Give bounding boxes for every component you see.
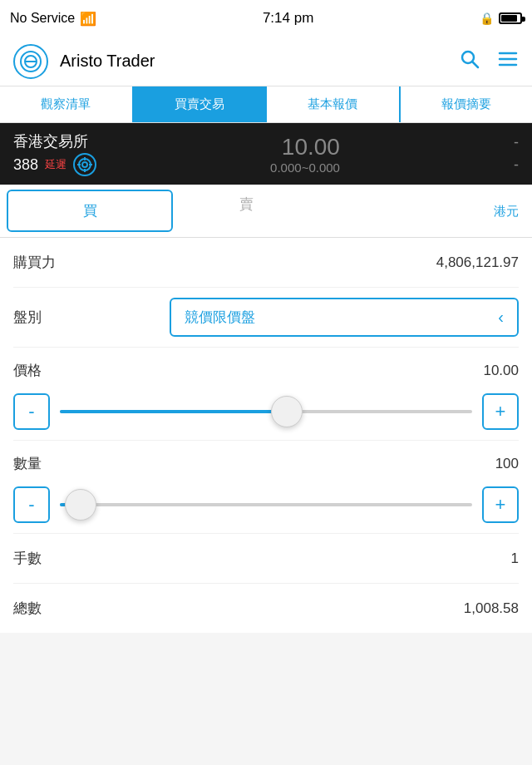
sell-tab[interactable]: 賣 bbox=[180, 185, 313, 237]
tab-trade[interactable]: 買賣交易 bbox=[133, 86, 267, 122]
svg-point-8 bbox=[82, 162, 87, 167]
lots-label: 手數 bbox=[13, 549, 42, 568]
lock-icon: 🔒 bbox=[480, 12, 494, 25]
quantity-slider-row: - + bbox=[13, 476, 519, 534]
board-type-dropdown[interactable]: 競價限價盤 ‹ bbox=[170, 298, 519, 337]
board-type-row: 盤別 競價限價盤 ‹ bbox=[13, 288, 519, 348]
price-plus-button[interactable]: + bbox=[482, 393, 519, 430]
total-row: 總數 1,008.58 bbox=[13, 584, 519, 633]
status-bar: No Service 📶 7:14 pm 🔒 bbox=[0, 0, 532, 37]
signal-text: No Service bbox=[10, 11, 75, 26]
stock-code-row: 388 延遲 bbox=[13, 153, 96, 176]
lots-value: 1 bbox=[511, 550, 519, 567]
price-slider-track[interactable] bbox=[60, 393, 472, 430]
app-header: Aristo Trader bbox=[0, 37, 532, 86]
quantity-label: 數量 bbox=[13, 454, 42, 473]
price-minus-button[interactable]: - bbox=[13, 393, 50, 430]
total-value: 1,008.58 bbox=[464, 600, 519, 617]
quantity-slider-track[interactable] bbox=[60, 486, 472, 523]
price-slider-thumb[interactable] bbox=[271, 396, 303, 427]
quantity-plus-button[interactable]: + bbox=[482, 486, 519, 523]
target-icon[interactable] bbox=[73, 153, 96, 176]
svg-line-3 bbox=[473, 62, 479, 67]
board-type-label: 盤別 bbox=[13, 308, 42, 327]
status-left: No Service 📶 bbox=[10, 11, 96, 27]
board-type-value: 競價限價盤 bbox=[185, 308, 255, 327]
lots-row: 手數 1 bbox=[13, 534, 519, 584]
tab-watchlist[interactable]: 觀察清單 bbox=[0, 86, 133, 122]
stock-dash: - - bbox=[514, 134, 519, 174]
tab-navigation: 觀察清單 買賣交易 基本報價 報價摘要 bbox=[0, 86, 532, 123]
stock-left: 香港交易所 388 延遲 bbox=[13, 131, 96, 176]
price-slider-row: - + bbox=[13, 383, 519, 441]
trading-form: 購買力 4,806,121.97 盤別 競價限價盤 ‹ 價格 10.00 - +… bbox=[0, 238, 532, 633]
currency-label: 港元 bbox=[494, 203, 519, 219]
wifi-icon: 📶 bbox=[80, 11, 96, 27]
tab-summary[interactable]: 報價摘要 bbox=[400, 86, 533, 122]
battery-icon bbox=[499, 12, 522, 24]
qty-label-row: 數量 100 bbox=[13, 441, 519, 476]
status-time: 7:14 pm bbox=[263, 10, 313, 27]
stock-range: 0.000~0.000 bbox=[270, 160, 340, 175]
stock-info-bar: 香港交易所 388 延遲 10.00 0.000~0.000 - - bbox=[0, 123, 532, 185]
svg-point-7 bbox=[79, 159, 91, 170]
chevron-left-icon: ‹ bbox=[498, 308, 504, 327]
menu-icon[interactable] bbox=[497, 48, 519, 75]
tab-quote[interactable]: 基本報價 bbox=[266, 86, 400, 122]
purchasing-power-value: 4,806,121.97 bbox=[436, 254, 519, 271]
price-label: 價格 bbox=[13, 361, 42, 380]
price-value: 10.00 bbox=[483, 363, 519, 379]
buy-tab[interactable]: 買 bbox=[7, 190, 173, 232]
quantity-minus-button[interactable]: - bbox=[13, 486, 50, 523]
stock-right: 10.00 0.000~0.000 bbox=[270, 134, 340, 175]
quantity-value: 100 bbox=[495, 456, 519, 472]
stock-code: 388 bbox=[13, 156, 38, 174]
purchasing-power-row: 購買力 4,806,121.97 bbox=[13, 238, 519, 288]
status-right: 🔒 bbox=[480, 12, 522, 25]
price-label-row: 價格 10.00 bbox=[13, 348, 519, 383]
app-logo bbox=[13, 44, 48, 79]
buy-sell-tabs: 買 賣 港元 bbox=[0, 185, 532, 238]
dash1: - bbox=[514, 134, 519, 151]
search-icon[interactable] bbox=[459, 48, 480, 75]
dash2: - bbox=[514, 156, 519, 174]
stock-price: 10.00 bbox=[282, 134, 340, 160]
header-icons bbox=[459, 48, 519, 75]
purchasing-power-label: 購買力 bbox=[13, 253, 56, 272]
app-title: Aristo Trader bbox=[60, 52, 459, 71]
stock-name: 香港交易所 bbox=[13, 131, 96, 151]
total-label: 總數 bbox=[13, 599, 42, 618]
quantity-slider-thumb[interactable] bbox=[65, 489, 96, 521]
stock-delay: 延遲 bbox=[45, 157, 66, 172]
